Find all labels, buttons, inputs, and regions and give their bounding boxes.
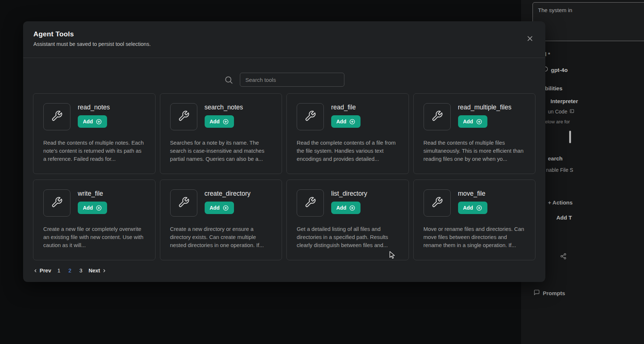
add-tool-button[interactable]: Add: [78, 202, 107, 214]
circle-plus-icon: [349, 205, 355, 211]
tool-icon-box: [170, 189, 197, 217]
tool-icon-box: [297, 103, 324, 130]
pagination-pages: 123: [55, 268, 84, 274]
wrench-icon: [51, 110, 63, 123]
model-label: l *: [545, 51, 550, 57]
tool-card-head: write_file Add: [78, 189, 107, 217]
system-instructions-text: The system in: [538, 7, 572, 13]
tool-card-head: read_file Add: [331, 103, 361, 130]
tool-name: read_file: [331, 104, 361, 111]
tools-grid: read_notes Add Read the contents of mult…: [33, 93, 535, 260]
system-instructions-textarea[interactable]: The system in: [533, 2, 644, 41]
agent-tools-dialog: Agent Tools Assistant must be saved to p…: [23, 21, 545, 282]
close-button[interactable]: [526, 35, 534, 43]
pagination-page-2[interactable]: 2: [66, 268, 73, 274]
add-label: Add: [336, 205, 346, 211]
tool-card: move_file Add Move or rename files and d…: [413, 180, 536, 260]
pagination-next-button[interactable]: Next: [88, 268, 106, 274]
add-label: Add: [463, 119, 473, 124]
circle-plus-icon: [96, 205, 102, 211]
tool-card: search_notes Add Searches for a note by …: [160, 93, 282, 174]
file-search-heading: earch: [548, 155, 563, 162]
dialog-subtitle: Assistant must be saved to persist tool …: [33, 41, 535, 47]
tool-name: create_directory: [205, 190, 250, 198]
tool-description: Read the complete contents of a file fro…: [297, 139, 399, 163]
add-tool-button[interactable]: Add: [78, 115, 107, 128]
tool-card-head: move_file Add: [458, 189, 487, 217]
tool-card-top: move_file Add: [424, 189, 526, 217]
dialog-title: Agent Tools: [33, 30, 535, 38]
add-label: Add: [83, 119, 93, 124]
add-tool-button[interactable]: Add: [331, 202, 361, 214]
tool-card-top: read_file Add: [297, 103, 399, 130]
pagination-page-3[interactable]: 3: [77, 268, 84, 274]
tool-name: search_notes: [205, 104, 243, 111]
circle-plus-icon: [223, 205, 229, 211]
prompts-button[interactable]: Prompts: [534, 289, 565, 297]
wrench-icon: [304, 110, 316, 123]
share-nodes-icon[interactable]: [560, 253, 567, 261]
search-icon: [224, 75, 233, 84]
tool-card: list_directory Add Get a detailed listin…: [286, 180, 409, 260]
add-tool-button-fragment[interactable]: Add T: [556, 214, 572, 221]
tool-description: Create a new file or completely overwrit…: [43, 225, 145, 250]
close-icon: [526, 38, 534, 44]
tool-card-head: create_directory Add: [205, 189, 250, 217]
tool-card-top: read_notes Add: [43, 103, 145, 130]
tool-description: Move or rename files and directories. Ca…: [424, 225, 526, 250]
dialog-header: Agent Tools Assistant must be saved to p…: [23, 21, 545, 58]
tool-name: read_notes: [78, 104, 110, 111]
tool-name: move_file: [458, 190, 487, 198]
circle-plus-icon: [349, 119, 355, 125]
add-tool-button[interactable]: Add: [458, 202, 487, 214]
tool-icon-box: [43, 189, 70, 217]
circle-plus-icon: [96, 119, 102, 125]
add-label: Add: [210, 119, 220, 124]
wrench-icon: [178, 110, 190, 123]
actions-heading: + Actions: [548, 199, 572, 206]
circle-plus-icon: [223, 119, 229, 125]
add-tool-button[interactable]: Add: [331, 115, 361, 128]
run-code-label: un Code: [548, 109, 567, 115]
wrench-icon: [51, 196, 63, 210]
tool-description: Create a new directory or ensure a direc…: [170, 225, 272, 250]
tool-description: Searches for a note by its name. The sea…: [170, 139, 272, 163]
chevron-left-icon: [33, 268, 38, 273]
tool-card: create_directory Add Create a new direct…: [160, 180, 282, 260]
tool-card-top: search_notes Add: [170, 103, 272, 130]
chevron-right-icon: [102, 268, 107, 273]
add-tool-button[interactable]: Add: [205, 202, 234, 214]
add-tool-button[interactable]: Add: [458, 115, 487, 128]
tool-card: read_notes Add Read the contents of mult…: [33, 93, 155, 174]
tool-card-head: search_notes Add: [205, 103, 243, 130]
wrench-icon: [431, 196, 443, 210]
add-tool-button[interactable]: Add: [205, 115, 234, 128]
search-row: [23, 73, 545, 87]
tool-name: write_file: [78, 190, 107, 198]
code-interpreter-label: Interpreter: [550, 98, 578, 104]
add-label: Add: [336, 119, 346, 124]
tool-name: read_multiple_files: [458, 104, 512, 111]
terminal-icon: [570, 109, 574, 115]
search-input[interactable]: [240, 73, 344, 87]
wrench-icon: [431, 110, 443, 123]
tool-card: read_file Add Read the complete contents…: [286, 93, 409, 174]
prompts-label: Prompts: [543, 290, 565, 296]
tool-card-head: read_notes Add: [78, 103, 110, 130]
tool-icon-box: [424, 103, 451, 130]
wrench-icon: [178, 196, 190, 210]
wrench-icon: [304, 196, 316, 210]
pagination-prev-button[interactable]: Prev: [33, 268, 51, 274]
scrollbar-thumb[interactable]: [569, 131, 571, 143]
model-selector[interactable]: gpt-4o: [542, 66, 568, 73]
add-label: Add: [210, 205, 220, 211]
tool-name: list_directory: [331, 190, 367, 198]
run-code-row[interactable]: un Code: [548, 109, 574, 115]
prev-label: Prev: [40, 268, 51, 274]
circle-plus-icon: [476, 119, 482, 125]
add-label: Add: [83, 205, 93, 211]
pagination-page-1[interactable]: 1: [55, 268, 62, 274]
circle-plus-icon: [476, 205, 482, 211]
tool-card: write_file Add Create a new file or comp…: [33, 180, 155, 260]
tool-card-head: read_multiple_files Add: [458, 103, 512, 130]
